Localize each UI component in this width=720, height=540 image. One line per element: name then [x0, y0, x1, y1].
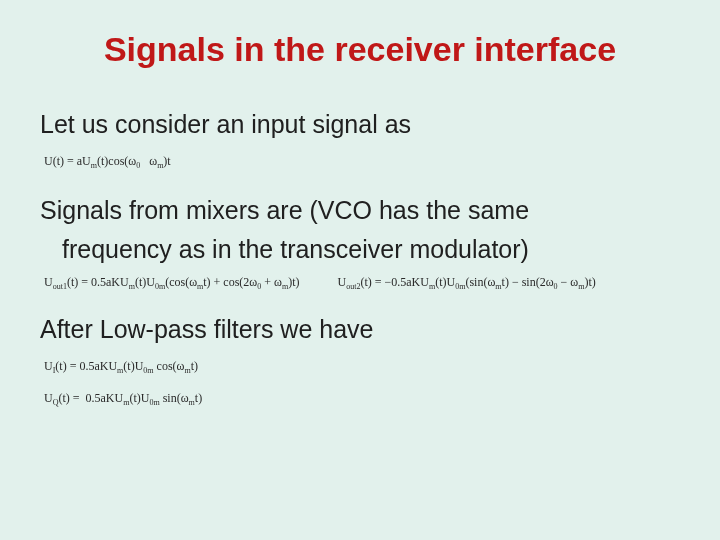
para-lowpass: After Low-pass filters we have	[40, 314, 680, 345]
para-mixers-2: frequency as in the transceiver modulato…	[40, 234, 680, 265]
equation-lpf-q: UQ(t) = 0.5aKUm(t)U0m sin(ωmt)	[44, 391, 680, 407]
para-mixers-1: Signals from mixers are (VCO has the sam…	[40, 195, 680, 226]
equation-mixer-2: Uout2(t) = −0.5aKUm(t)U0m(sin(ωmt) − sin…	[338, 275, 596, 291]
slide: Signals in the receiver interface Let us…	[0, 0, 720, 540]
equation-input-signal: U(t) = aUm(t)cos(ω0 ωm)t	[44, 154, 680, 170]
equation-mixer-row: Uout1(t) = 0.5aKUm(t)U0m(cos(ωmt) + cos(…	[44, 275, 680, 291]
para-intro: Let us consider an input signal as	[40, 109, 680, 140]
slide-title: Signals in the receiver interface	[40, 30, 680, 69]
equation-lpf-i: UI(t) = 0.5aKUm(t)U0m cos(ωmt)	[44, 359, 680, 375]
equation-mixer-1: Uout1(t) = 0.5aKUm(t)U0m(cos(ωmt) + cos(…	[44, 275, 300, 291]
